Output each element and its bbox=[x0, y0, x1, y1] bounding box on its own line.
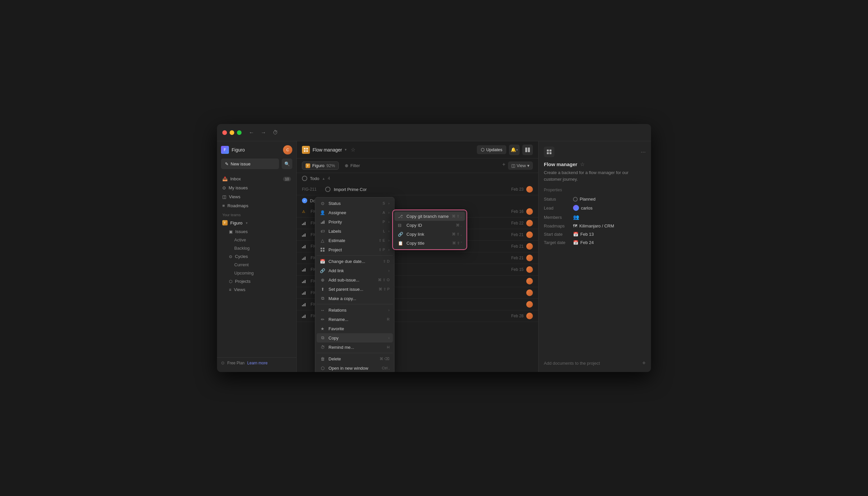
status-label: Status bbox=[544, 197, 570, 202]
workspace-name[interactable]: F Figuro bbox=[221, 146, 245, 154]
views-team-icon: ≡ bbox=[229, 288, 231, 292]
start-date-value[interactable]: 📅 Feb 13 bbox=[573, 232, 594, 237]
sidebar-item-my-issues[interactable]: ⊙ My issues bbox=[220, 183, 294, 192]
menu-item-change-due-date[interactable]: 📅 Change due date... ⇧ D bbox=[316, 257, 393, 266]
members-value[interactable]: 👥 bbox=[573, 214, 579, 220]
menu-item-add-sub-issue[interactable]: ⊕ Add sub-issue... ⌘ ⇧ O bbox=[316, 275, 393, 284]
property-row-status: Status Planned bbox=[544, 195, 646, 203]
sidebar-item-team-figuro[interactable]: F Figuro ▾ bbox=[220, 218, 294, 228]
copy-menu-item-git-branch[interactable]: ⎇ Copy git branch name ⌘ ⇧ . bbox=[394, 212, 465, 221]
sidebar-item-upcoming[interactable]: Upcoming bbox=[220, 269, 294, 277]
sidebar-item-active[interactable]: Active bbox=[220, 236, 294, 244]
project-breadcrumb[interactable]: Flow manager ▾ bbox=[302, 146, 347, 154]
panel-more-icon[interactable]: ··· bbox=[641, 149, 646, 155]
menu-item-favorite[interactable]: ★ Favorite bbox=[316, 324, 393, 333]
learn-more-link[interactable]: Learn more bbox=[247, 361, 267, 366]
search-button[interactable]: 🔍 bbox=[282, 158, 292, 169]
menu-shortcut: ⌘ ⇧ O bbox=[378, 278, 390, 282]
delete-menu-icon: 🗑 bbox=[320, 356, 325, 361]
menu-item-priority[interactable]: Priority P › bbox=[316, 217, 393, 227]
priority-bar-icon bbox=[302, 244, 307, 248]
new-issue-button[interactable]: ✎ New issue bbox=[221, 158, 279, 169]
menu-divider bbox=[316, 255, 393, 255]
view-icon: ◫ bbox=[511, 163, 515, 168]
inbox-badge: 10 bbox=[283, 177, 291, 181]
add-documents-icon[interactable]: + bbox=[642, 360, 646, 367]
add-link-menu-icon: 🔗 bbox=[320, 268, 325, 273]
layout-button[interactable] bbox=[522, 144, 533, 155]
issue-avatar bbox=[526, 208, 533, 215]
svg-rect-7 bbox=[550, 150, 552, 152]
copy-title-label: Copy title bbox=[406, 241, 424, 246]
menu-item-label: Favorite bbox=[329, 326, 390, 331]
filter-button[interactable]: ⊕ Filter bbox=[341, 161, 363, 170]
title-bar: ← → ⏱ bbox=[217, 124, 651, 141]
menu-item-assignee[interactable]: 👤 Assignee A › bbox=[316, 208, 393, 217]
menu-item-remind-me[interactable]: ⏱ Remind me... H bbox=[316, 342, 393, 352]
sidebar-item-issues[interactable]: ▣ Issues bbox=[220, 228, 294, 236]
menu-item-estimate[interactable]: △ Estimate ⇧ E › bbox=[316, 236, 393, 245]
copy-menu-item-title[interactable]: 📋 Copy title ⌘ ⇧ ' bbox=[394, 239, 465, 248]
lead-value[interactable]: carlos bbox=[573, 205, 593, 211]
menu-item-relations[interactable]: ↔ Relations › bbox=[316, 305, 393, 315]
add-documents-link[interactable]: Add documents to the project bbox=[544, 361, 600, 366]
app-window: ← → ⏱ F Figuro C ✎ New issue 🔍 bbox=[217, 124, 651, 372]
menu-item-copy[interactable]: ⧉ Copy › bbox=[316, 333, 393, 342]
menu-item-rename[interactable]: ✏ Rename... R bbox=[316, 315, 393, 324]
maximize-button[interactable] bbox=[237, 130, 242, 135]
menu-item-label: Assignee bbox=[329, 210, 379, 215]
back-button[interactable]: ← bbox=[247, 128, 256, 137]
status-value[interactable]: Planned bbox=[573, 197, 596, 202]
open-new-window-menu-icon: ⬡ bbox=[320, 366, 325, 371]
menu-item-label: Project bbox=[329, 247, 375, 252]
property-row-roadmaps: Roadmaps 🗺 Kilimanjaro / CRM bbox=[544, 222, 646, 230]
menu-arrow-icon: › bbox=[388, 220, 390, 224]
teams-section-label: Your teams bbox=[220, 210, 294, 218]
menu-item-labels[interactable]: 🏷 Labels L › bbox=[316, 227, 393, 236]
user-avatar[interactable]: C bbox=[283, 145, 292, 155]
forward-button[interactable]: → bbox=[259, 128, 268, 137]
sidebar-item-projects[interactable]: ⬡ Projects bbox=[220, 277, 294, 285]
table-row[interactable]: FIG-211 Import Prime Cor Feb 23 bbox=[297, 184, 538, 195]
menu-item-open-new-window[interactable]: ⬡ Open in new window Ctrl , bbox=[316, 363, 393, 372]
view-button[interactable]: ◫ View ▾ bbox=[508, 161, 533, 170]
menu-item-set-parent[interactable]: ⬆ Set parent issue... ⌘ ⇧ P bbox=[316, 284, 393, 294]
menu-shortcut: ⌘ ⇧ P bbox=[378, 287, 390, 291]
sidebar-item-current[interactable]: Current bbox=[220, 261, 294, 269]
menu-item-label: Remind me... bbox=[329, 345, 384, 350]
menu-item-make-copy[interactable]: ⧉ Make a copy... bbox=[316, 294, 393, 303]
menu-item-delete[interactable]: 🗑 Delete ⌘ ⌫ bbox=[316, 354, 393, 363]
group-header-todo[interactable]: Todo ▲ 4 bbox=[297, 173, 538, 184]
copy-menu-item-id[interactable]: ⊟ Copy ID ⌘ . bbox=[394, 221, 465, 230]
sidebar-item-views-team[interactable]: ≡ Views bbox=[220, 285, 294, 294]
copy-id-icon: ⊟ bbox=[398, 223, 403, 228]
issue-title: Import Prime Cor bbox=[334, 187, 508, 192]
history-button[interactable]: ⏱ bbox=[271, 128, 280, 137]
copy-menu-item-link[interactable]: 🔗 Copy link ⌘ ⇧ , bbox=[394, 230, 465, 239]
menu-item-project[interactable]: Project ⇧ P › bbox=[316, 245, 393, 254]
sidebar-item-cycles[interactable]: ⊙ Cycles bbox=[220, 252, 294, 261]
sidebar-item-backlog[interactable]: Backlog bbox=[220, 244, 294, 252]
sidebar-item-inbox[interactable]: 📥 Inbox 10 bbox=[220, 174, 294, 183]
menu-item-add-link[interactable]: 🔗 Add link › bbox=[316, 266, 393, 275]
sidebar-item-views[interactable]: ◫ Views bbox=[220, 192, 294, 201]
figuro-badge[interactable]: F Figuro 92% bbox=[302, 161, 339, 170]
copy-title-shortcut: ⌘ ⇧ ' bbox=[452, 241, 462, 245]
breadcrumb-star-icon[interactable]: ☆ bbox=[351, 146, 355, 153]
roadmaps-value[interactable]: 🗺 Kilimanjaro / CRM bbox=[573, 223, 614, 229]
menu-item-label: Open in new window bbox=[329, 366, 378, 371]
properties-section: Properties Status Planned Lead carlos bbox=[544, 188, 646, 247]
issue-avatar bbox=[526, 220, 533, 227]
target-date-value[interactable]: 📅 Feb 24 bbox=[573, 240, 594, 245]
sidebar-item-roadmaps[interactable]: ≡ Roadmaps bbox=[220, 201, 294, 210]
add-icon[interactable]: + bbox=[502, 161, 505, 170]
menu-shortcut: P bbox=[383, 220, 385, 224]
close-button[interactable] bbox=[222, 130, 227, 135]
menu-arrow-icon: › bbox=[388, 229, 390, 233]
panel-star-icon[interactable]: ☆ bbox=[580, 161, 585, 167]
menu-item-status[interactable]: ⊙ Status S › bbox=[316, 199, 393, 208]
panel-title: Flow manager bbox=[544, 161, 577, 167]
updates-button[interactable]: ⬡ Updates bbox=[477, 145, 506, 154]
notification-button[interactable]: 🔔 ▾ bbox=[509, 144, 520, 155]
minimize-button[interactable] bbox=[229, 130, 234, 135]
